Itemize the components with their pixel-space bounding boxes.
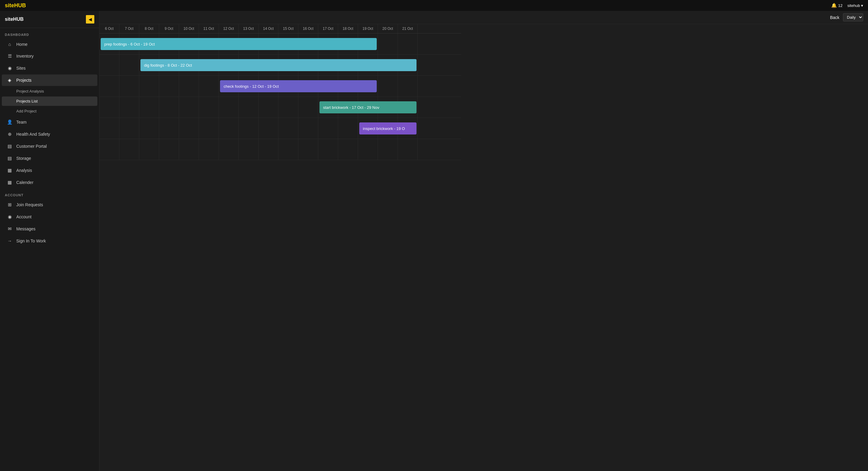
gantt-bg-cell bbox=[358, 139, 378, 160]
gantt-bg-cell bbox=[239, 97, 258, 118]
gantt-row: start brickwork - 17 Oct - 29 Nov bbox=[99, 97, 461, 118]
sidebar-item-messages[interactable]: ✉ Messages bbox=[2, 223, 97, 235]
sidebar-item-calender-label: Calender bbox=[16, 180, 33, 185]
sidebar-item-storage[interactable]: ▤ Storage bbox=[2, 153, 97, 164]
gantt-bg-cell bbox=[179, 118, 199, 139]
sidebar-item-customer-portal[interactable]: ▤ Customer Portal bbox=[2, 141, 97, 152]
logo-hub: HUB bbox=[14, 2, 26, 8]
gantt-bg-cell bbox=[179, 76, 199, 96]
gantt-date-cell: 16 Oct bbox=[299, 24, 318, 33]
sites-icon: ◉ bbox=[7, 65, 13, 71]
gantt-bg-cell bbox=[219, 97, 239, 118]
gantt-bg-cell bbox=[398, 76, 418, 96]
sidebar-item-inventory[interactable]: ☰ Inventory bbox=[2, 50, 97, 62]
topbar-right: 🔔 12 sitehub ▾ bbox=[831, 3, 863, 8]
back-button[interactable]: Back bbox=[830, 15, 839, 20]
sidebar-item-sites[interactable]: ◉ Sites bbox=[2, 62, 97, 74]
gantt-bg-cell bbox=[199, 118, 219, 139]
sidebar-item-join-requests-label: Join Requests bbox=[16, 202, 43, 207]
gantt-bg-cell bbox=[219, 139, 239, 160]
sidebar-item-team-label: Team bbox=[16, 120, 27, 124]
gantt-bg-cell bbox=[378, 33, 398, 54]
gantt-bg-cell bbox=[219, 118, 239, 139]
gantt-bar-bar3[interactable]: check footings - 12 Oct - 19 Oct bbox=[220, 80, 377, 92]
gantt-bg-cell bbox=[278, 139, 299, 160]
gantt-bg-cell bbox=[99, 76, 119, 96]
gantt-bg-cell bbox=[338, 139, 358, 160]
sidebar-item-home[interactable]: ⌂ Home bbox=[2, 38, 97, 50]
gantt-bg-cell bbox=[398, 139, 418, 160]
gantt-bg-cell bbox=[239, 118, 258, 139]
view-select[interactable]: Daily bbox=[843, 13, 863, 22]
gantt-bg-cell bbox=[119, 97, 139, 118]
inventory-icon: ☰ bbox=[7, 53, 13, 59]
gantt-bg-cell bbox=[99, 97, 119, 118]
sidebar-item-health-safety-label: Health And Safety bbox=[16, 132, 50, 137]
gantt-bg-cell bbox=[119, 55, 139, 76]
user-menu[interactable]: sitehub ▾ bbox=[847, 3, 863, 8]
content-area: Back Daily 6 Oct7 Oct8 Oct9 Oct10 Oct11 … bbox=[99, 11, 868, 471]
sidebar-item-projects[interactable]: ◈ Projects bbox=[2, 75, 97, 86]
sidebar-item-analysis[interactable]: ▦ Analysis bbox=[2, 165, 97, 176]
gantt-row: dig footings - 8 Oct - 22 Oct bbox=[99, 55, 461, 76]
projects-list-label: Projects List bbox=[16, 99, 38, 104]
collapse-sidebar-button[interactable]: ◀ bbox=[86, 15, 94, 24]
sidebar-item-calender[interactable]: ▦ Calender bbox=[2, 177, 97, 188]
messages-icon: ✉ bbox=[7, 226, 13, 232]
gantt-bg-cell bbox=[99, 139, 119, 160]
sidebar-item-join-requests[interactable]: ⊞ Join Requests bbox=[2, 199, 97, 210]
gantt-bg-cell bbox=[258, 118, 278, 139]
logo-site: site bbox=[5, 2, 14, 8]
sidebar-item-health-safety[interactable]: ⊕ Health And Safety bbox=[2, 128, 97, 140]
sidebar-item-projects-list[interactable]: Projects List bbox=[2, 96, 97, 106]
gantt-bg-cell bbox=[318, 139, 338, 160]
gantt-date-cell: 8 Oct bbox=[139, 24, 159, 33]
gantt-bg-cell bbox=[139, 76, 159, 96]
gantt-bg-cell bbox=[318, 118, 338, 139]
storage-icon: ▤ bbox=[7, 155, 13, 161]
gantt-date-cell: 6 Oct bbox=[99, 24, 119, 33]
gantt-bg-cell bbox=[159, 97, 179, 118]
gantt-row: prep footings - 6 Oct - 19 Oct bbox=[99, 33, 461, 55]
gantt-date-cell: 10 Oct bbox=[179, 24, 199, 33]
gantt-bg-cell bbox=[258, 139, 278, 160]
gantt-bg-cell bbox=[199, 139, 219, 160]
sidebar-item-team[interactable]: 👤 Team bbox=[2, 116, 97, 128]
gantt-bg-cell bbox=[338, 118, 358, 139]
gantt-bg-cell bbox=[299, 97, 318, 118]
notif-count: 12 bbox=[838, 3, 842, 8]
gantt-bg-cell bbox=[179, 97, 199, 118]
gantt-row bbox=[99, 139, 461, 160]
sidebar-header: siteHUB ◀ bbox=[0, 11, 99, 28]
sidebar-item-account[interactable]: ◉ Account bbox=[2, 211, 97, 223]
gantt-bg-cell bbox=[378, 139, 398, 160]
notification-badge[interactable]: 🔔 12 bbox=[831, 3, 842, 8]
gantt-date-cell: 17 Oct bbox=[318, 24, 338, 33]
gantt-bg-cell bbox=[278, 97, 299, 118]
sidebar: siteHUB ◀ DASHBOARD ⌂ Home ☰ Inventory ◉… bbox=[0, 11, 99, 471]
gantt-bar-bar4[interactable]: start brickwork - 17 Oct - 29 Nov bbox=[319, 101, 416, 113]
gantt-container[interactable]: 6 Oct7 Oct8 Oct9 Oct10 Oct11 Oct12 Oct13… bbox=[99, 24, 868, 471]
sidebar-item-sign-in[interactable]: → Sign In To Work bbox=[2, 235, 97, 246]
gantt-bg-cell bbox=[199, 76, 219, 96]
sidebar-item-add-project[interactable]: Add Project bbox=[2, 107, 97, 116]
gantt-bar-bar2[interactable]: dig footings - 8 Oct - 22 Oct bbox=[141, 59, 416, 71]
gantt-bg-cell bbox=[119, 76, 139, 96]
gantt-bg-cell bbox=[159, 118, 179, 139]
customer-portal-icon: ▤ bbox=[7, 144, 13, 149]
sidebar-item-storage-label: Storage bbox=[16, 156, 31, 161]
sidebar-item-project-analysis[interactable]: Project Analysis bbox=[2, 87, 97, 96]
gantt-bg-cell bbox=[139, 139, 159, 160]
gantt-bg-cell bbox=[139, 97, 159, 118]
gantt-bg-cell bbox=[139, 118, 159, 139]
gantt-bg-cell bbox=[99, 118, 119, 139]
gantt-date-cell: 20 Oct bbox=[378, 24, 398, 33]
gantt-date-cell: 12 Oct bbox=[219, 24, 239, 33]
gantt-bg-cell bbox=[278, 118, 299, 139]
gantt-bar-bar5[interactable]: inspect brickwork - 19 O bbox=[359, 122, 416, 135]
gantt-bar-bar1[interactable]: prep footings - 6 Oct - 19 Oct bbox=[101, 38, 377, 50]
gantt-row: check footings - 12 Oct - 19 Oct bbox=[99, 76, 461, 97]
gantt-bg-cell bbox=[299, 118, 318, 139]
analysis-icon: ▦ bbox=[7, 168, 13, 173]
add-project-label: Add Project bbox=[16, 109, 36, 113]
